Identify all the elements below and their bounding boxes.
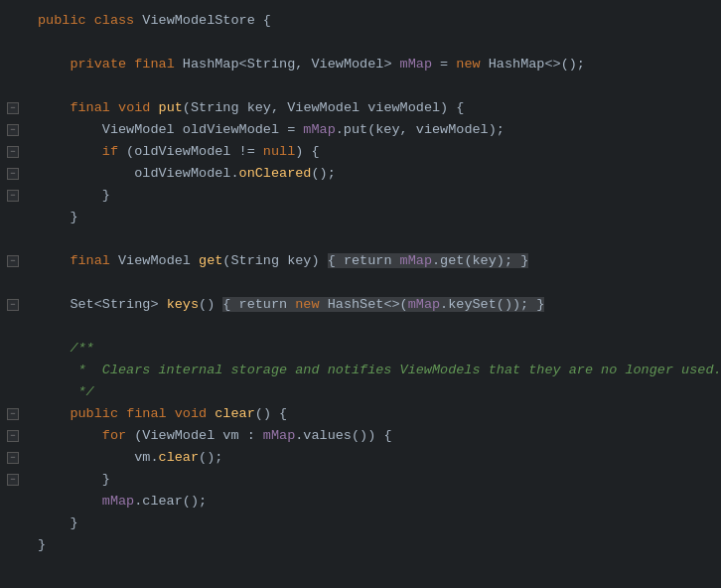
line-gutter: −: [0, 474, 30, 486]
line-gutter: −: [0, 408, 30, 420]
fold-icon[interactable]: −: [7, 299, 19, 311]
fold-icon[interactable]: −: [7, 430, 19, 442]
code-line: }: [0, 534, 721, 556]
line-content: }: [30, 469, 721, 491]
line-content: public class ViewModelStore {: [30, 10, 721, 32]
code-editor: public class ViewModelStore { private fi…: [0, 0, 721, 588]
line-content: final ViewModel get(String key) { return…: [30, 250, 721, 272]
code-line: [0, 228, 721, 250]
code-line: [0, 272, 721, 294]
fold-icon[interactable]: −: [7, 452, 19, 464]
line-gutter: −: [0, 255, 30, 267]
fold-icon[interactable]: −: [7, 255, 19, 267]
code-line: public class ViewModelStore {: [0, 10, 721, 32]
line-content: oldViewModel.onCleared();: [30, 163, 721, 185]
line-gutter: −: [0, 102, 30, 114]
line-content: vm.clear();: [30, 447, 721, 469]
code-lines: public class ViewModelStore { private fi…: [0, 10, 721, 556]
code-line: [0, 316, 721, 338]
fold-icon[interactable]: −: [7, 190, 19, 202]
line-gutter: −: [0, 299, 30, 311]
fold-icon[interactable]: −: [7, 474, 19, 486]
line-content: ViewModel oldViewModel = mMap.put(key, v…: [30, 119, 721, 141]
line-content: final void put(String key, ViewModel vie…: [30, 97, 721, 119]
code-line: }: [0, 513, 721, 534]
code-line: − if (oldViewModel != null) {: [0, 141, 721, 163]
code-line: * Clears internal storage and notifies V…: [0, 360, 721, 381]
fold-icon[interactable]: −: [7, 408, 19, 420]
line-content: }: [30, 207, 721, 228]
code-line: [0, 32, 721, 54]
code-line: − oldViewModel.onCleared();: [0, 163, 721, 185]
line-content: }: [30, 534, 721, 556]
code-line: − ViewModel oldViewModel = mMap.put(key,…: [0, 119, 721, 141]
code-line: }: [0, 207, 721, 228]
line-content: /**: [30, 338, 721, 360]
line-content: public final void clear() {: [30, 403, 721, 425]
line-content: if (oldViewModel != null) {: [30, 141, 721, 163]
code-line: */: [0, 381, 721, 403]
line-content: for (ViewModel vm : mMap.values()) {: [30, 425, 721, 447]
code-line: mMap.clear();: [0, 491, 721, 513]
line-gutter: −: [0, 430, 30, 442]
line-gutter: −: [0, 124, 30, 136]
code-line: − }: [0, 185, 721, 207]
code-line: /**: [0, 338, 721, 360]
code-line: − final ViewModel get(String key) { retu…: [0, 250, 721, 272]
code-line: − }: [0, 469, 721, 491]
line-gutter: −: [0, 146, 30, 158]
code-line: − vm.clear();: [0, 447, 721, 469]
fold-icon[interactable]: −: [7, 124, 19, 136]
fold-icon[interactable]: −: [7, 146, 19, 158]
line-content: */: [30, 381, 721, 403]
code-line: private final HashMap<String, ViewModel>…: [0, 54, 721, 75]
fold-icon[interactable]: −: [7, 102, 19, 114]
code-line: − Set<String> keys() { return new HashSe…: [0, 294, 721, 316]
fold-icon[interactable]: −: [7, 168, 19, 180]
line-gutter: −: [0, 168, 30, 180]
code-line: − for (ViewModel vm : mMap.values()) {: [0, 425, 721, 447]
line-content: Set<String> keys() { return new HashSet<…: [30, 294, 721, 316]
line-content: }: [30, 185, 721, 207]
line-content: * Clears internal storage and notifies V…: [30, 360, 721, 381]
line-gutter: −: [0, 452, 30, 464]
line-content: mMap.clear();: [30, 491, 721, 513]
code-line: − final void put(String key, ViewModel v…: [0, 97, 721, 119]
line-gutter: −: [0, 190, 30, 202]
code-line: − public final void clear() {: [0, 403, 721, 425]
code-line: [0, 75, 721, 97]
line-content: private final HashMap<String, ViewModel>…: [30, 54, 721, 75]
line-content: }: [30, 513, 721, 534]
